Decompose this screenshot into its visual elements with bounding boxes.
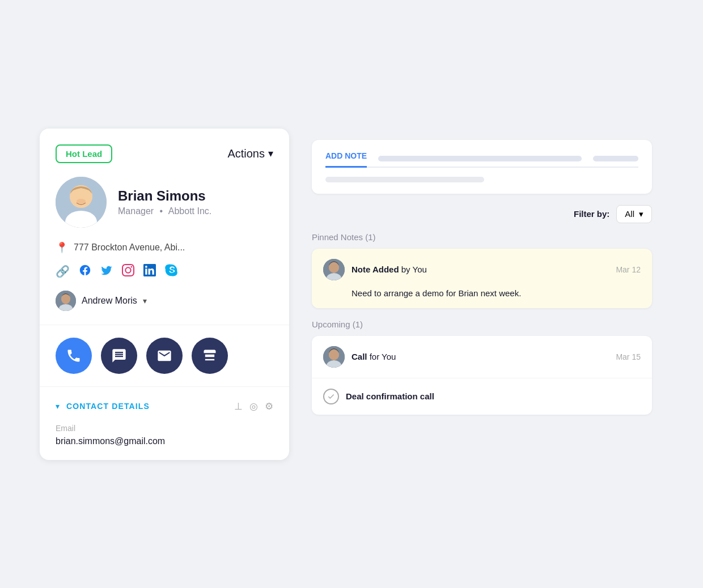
sort-icon[interactable]: ⊥ bbox=[234, 400, 243, 412]
social-row: 🔗 bbox=[56, 264, 273, 279]
right-panel: ADD NOTE Filter by: All ▾ Pinned Notes (… bbox=[300, 129, 663, 460]
location-icon: 📍 bbox=[56, 241, 68, 254]
upcoming-date-call: Mar 15 bbox=[616, 352, 641, 361]
contact-details-icons: ⊥ ◎ ⚙ bbox=[234, 400, 273, 412]
note-author-avatar bbox=[323, 259, 345, 280]
note-input[interactable] bbox=[325, 177, 484, 182]
upcoming-item-deal: Deal confirmation call bbox=[312, 378, 652, 415]
pinned-notes-title: Pinned Notes (1) bbox=[312, 232, 652, 242]
layers-button[interactable] bbox=[192, 338, 228, 374]
upcoming-title: Upcoming (1) bbox=[312, 319, 652, 329]
add-note-card: ADD NOTE bbox=[312, 140, 652, 194]
address-text: 777 Brockton Avenue, Abi... bbox=[74, 242, 185, 253]
email-button[interactable] bbox=[146, 338, 183, 374]
facebook-icon[interactable] bbox=[79, 264, 91, 279]
upcoming-item-info-deal: Deal confirmation call bbox=[346, 391, 641, 401]
contact-name: Brian Simons bbox=[118, 188, 211, 204]
tab-placeholder-2 bbox=[593, 156, 638, 161]
filter-row: Filter by: All ▾ bbox=[312, 205, 652, 223]
hot-lead-badge: Hot Lead bbox=[56, 144, 112, 163]
profile-info: Brian Simons Manager • Abbott Inc. bbox=[118, 188, 211, 216]
address-row: 📍 777 Brockton Avenue, Abi... bbox=[56, 241, 273, 254]
email-value: brian.simmons@gmail.com bbox=[56, 436, 273, 446]
collapse-icon[interactable]: ▾ bbox=[56, 402, 60, 411]
actions-label: Actions bbox=[227, 147, 265, 160]
skype-icon[interactable] bbox=[165, 264, 177, 279]
contact-details-label: CONTACT DETAILS bbox=[66, 402, 150, 411]
lead-actions-row: Hot Lead Actions ▾ bbox=[56, 144, 273, 163]
left-panel: Hot Lead Actions ▾ bbox=[40, 129, 289, 460]
assignee-avatar bbox=[56, 291, 76, 311]
check-circle-icon[interactable] bbox=[323, 389, 339, 404]
assignee-name: Andrew Moris bbox=[82, 296, 137, 306]
email-field-group: Email brian.simmons@gmail.com bbox=[56, 424, 273, 446]
note-body: Need to arrange a demo for Brian next we… bbox=[323, 288, 641, 298]
upcoming-item-call: Call for You Mar 15 bbox=[312, 336, 652, 378]
contact-details-section: ▾ CONTACT DETAILS ⊥ ◎ ⚙ Email brian.simm… bbox=[40, 387, 289, 460]
note-title: Note Added by You bbox=[352, 265, 609, 274]
tabs-row: ADD NOTE bbox=[325, 151, 638, 168]
contact-details-header: ▾ CONTACT DETAILS ⊥ ◎ ⚙ bbox=[56, 400, 273, 412]
upcoming-item-info-call: Call for You bbox=[352, 352, 609, 361]
linkedin-icon[interactable] bbox=[143, 264, 156, 279]
action-buttons-row bbox=[40, 325, 289, 387]
eye-icon[interactable]: ◎ bbox=[249, 400, 258, 412]
profile-row: Brian Simons Manager • Abbott Inc. bbox=[56, 177, 273, 228]
filter-chevron-icon: ▾ bbox=[639, 209, 643, 219]
upcoming-avatar bbox=[323, 346, 345, 368]
actions-button[interactable]: Actions ▾ bbox=[227, 147, 273, 160]
assignee-row: Andrew Moris ▾ bbox=[56, 291, 273, 311]
filter-select[interactable]: All ▾ bbox=[616, 205, 652, 223]
instagram-icon[interactable] bbox=[122, 264, 134, 279]
chevron-down-icon: ▾ bbox=[268, 147, 273, 160]
twitter-icon[interactable] bbox=[100, 264, 113, 279]
add-note-tab[interactable]: ADD NOTE bbox=[325, 151, 367, 168]
chat-button[interactable] bbox=[101, 338, 137, 374]
email-label: Email bbox=[56, 424, 273, 433]
link-icon[interactable]: 🔗 bbox=[56, 265, 70, 278]
gear-icon[interactable]: ⚙ bbox=[265, 400, 273, 412]
tab-placeholder-1 bbox=[378, 156, 582, 161]
note-date: Mar 12 bbox=[616, 265, 641, 274]
call-button[interactable] bbox=[56, 338, 92, 374]
upcoming-card: Call for You Mar 15 Deal confirmation ca… bbox=[312, 336, 652, 415]
pinned-note-card: Note Added by You Mar 12 Need to arrange… bbox=[312, 249, 652, 308]
note-header: Note Added by You Mar 12 bbox=[323, 259, 641, 280]
contact-role: Manager • Abbott Inc. bbox=[118, 206, 211, 216]
filter-label: Filter by: bbox=[574, 209, 609, 219]
svg-point-4 bbox=[77, 199, 86, 203]
assignee-chevron-icon[interactable]: ▾ bbox=[143, 296, 147, 305]
avatar bbox=[56, 177, 107, 228]
